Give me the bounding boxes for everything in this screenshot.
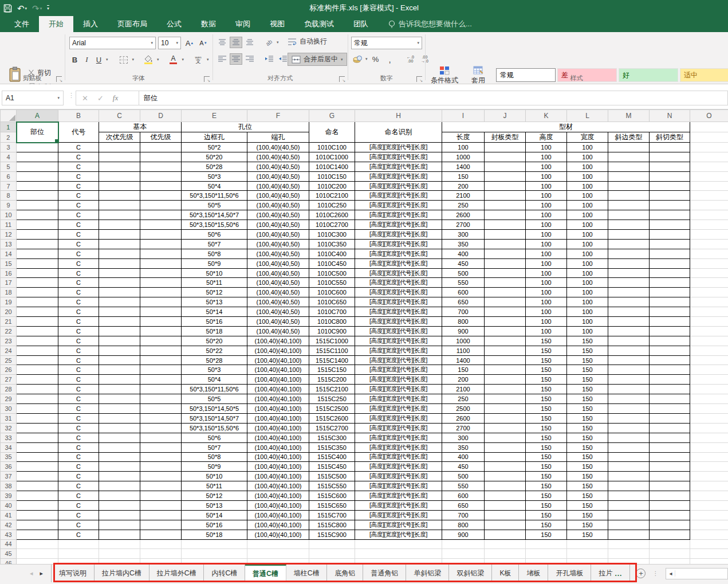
cell-N7[interactable] [650, 181, 690, 191]
cell-A32[interactable] [17, 423, 58, 433]
cell-J25[interactable] [485, 355, 526, 365]
cell-D43[interactable] [140, 530, 182, 539]
bottom-align-button[interactable] [243, 37, 256, 48]
row-header-21[interactable]: 21 [1, 317, 17, 327]
cell-O34[interactable] [690, 442, 728, 452]
cell-G26[interactable]: 1515C150 [309, 365, 355, 375]
cell-H7[interactable]: [高度][宽度][代号][长度] [355, 181, 442, 191]
row-header-2[interactable]: 2 [1, 132, 17, 143]
cell-C4[interactable] [99, 152, 140, 162]
cell-E25[interactable]: 50*28 [182, 355, 247, 365]
cell-N40[interactable] [650, 500, 690, 510]
cell-M11[interactable] [608, 220, 650, 230]
cell-A29[interactable] [17, 394, 58, 404]
cell-C10[interactable] [99, 210, 140, 220]
cell-A16[interactable] [17, 268, 58, 278]
cell-M25[interactable] [608, 355, 650, 365]
cell-L2[interactable]: 宽度 [567, 132, 608, 143]
cell-O9[interactable] [690, 201, 728, 210]
cell-D32[interactable] [140, 423, 182, 433]
cell-N25[interactable] [650, 355, 690, 365]
cell-M29[interactable] [608, 394, 650, 404]
cell-M34[interactable] [608, 442, 650, 452]
cell-J14[interactable] [485, 249, 526, 258]
cell-E46[interactable] [182, 559, 247, 564]
cell-M21[interactable] [608, 317, 650, 327]
cell-N39[interactable] [650, 491, 690, 501]
cell-K34[interactable]: 150 [526, 442, 567, 452]
accounting-format-button[interactable] [351, 53, 364, 65]
cell-M8[interactable] [608, 191, 650, 201]
cell-F5[interactable]: (100,40)(40,50) [247, 162, 309, 171]
cell-N22[interactable] [650, 326, 690, 336]
accounting-dropdown-icon[interactable]: ▾ [365, 57, 368, 61]
orientation-dropdown-icon[interactable]: ▾ [277, 40, 279, 45]
row-header-36[interactable]: 36 [1, 462, 17, 472]
cell-G24[interactable]: 1515C1100 [309, 346, 355, 355]
cell-K4[interactable]: 100 [526, 152, 567, 162]
cell-I23[interactable]: 1000 [442, 336, 485, 346]
cell-N19[interactable] [650, 297, 690, 307]
row-header-17[interactable]: 17 [1, 278, 17, 288]
cell-A38[interactable] [17, 481, 58, 491]
cell-K16[interactable]: 100 [526, 268, 567, 278]
cell-E6[interactable]: 50*3 [182, 171, 247, 181]
cell-J41[interactable] [485, 510, 526, 520]
cell-D28[interactable] [140, 385, 182, 394]
cell-H46[interactable] [355, 559, 442, 564]
cell-H23[interactable]: [高度][宽度][代号][长度] [355, 336, 442, 346]
cell-G17[interactable]: 1010C550 [309, 278, 355, 288]
cell-A9[interactable] [17, 201, 58, 210]
cell-A34[interactable] [17, 442, 58, 452]
cell-C44[interactable] [99, 539, 140, 549]
cell-I44[interactable] [442, 539, 485, 549]
cell-C25[interactable] [99, 355, 140, 365]
tab-bar-grip[interactable]: ⋮ [652, 570, 659, 577]
cell-D20[interactable] [140, 307, 182, 317]
cell-H40[interactable]: [高度][宽度][代号][长度] [355, 500, 442, 510]
cell-J42[interactable] [485, 520, 526, 530]
cell-O1[interactable] [690, 122, 728, 132]
cell-B29[interactable]: C [58, 394, 99, 404]
cell-D45[interactable] [140, 549, 182, 559]
row-header-19[interactable]: 19 [1, 297, 17, 307]
cell-C34[interactable] [99, 442, 140, 452]
cell-H39[interactable]: [高度][宽度][代号][长度] [355, 491, 442, 501]
cell-I36[interactable]: 450 [442, 462, 485, 472]
cell-A24[interactable] [17, 346, 58, 355]
cell-K5[interactable]: 100 [526, 162, 567, 171]
align-center-button[interactable] [230, 53, 242, 65]
cell-H29[interactable]: [高度][宽度][代号][长度] [355, 394, 442, 404]
cell-E8[interactable]: 50*3,150*11,50*6 [182, 191, 247, 201]
cell-O29[interactable] [690, 394, 728, 404]
cell-L21[interactable]: 100 [567, 317, 608, 327]
cell-M43[interactable] [608, 530, 650, 539]
cell-F40[interactable]: (100,40)(40,100) [247, 500, 309, 510]
cell-B21[interactable]: C [58, 317, 99, 327]
cell-K22[interactable]: 100 [526, 326, 567, 336]
cell-C31[interactable] [99, 413, 140, 423]
sheet-tab-9[interactable]: 双斜铝梁 [449, 565, 492, 582]
font-color-button[interactable]: A [167, 54, 180, 65]
row-header-38[interactable]: 38 [1, 481, 17, 491]
cell-J21[interactable] [485, 317, 526, 327]
cell-B42[interactable]: C [58, 520, 99, 530]
sheet-nav-right-icon[interactable]: ▸ [40, 570, 44, 577]
cell-A18[interactable] [17, 288, 58, 297]
cell-B43[interactable]: C [58, 530, 99, 539]
cell-O16[interactable] [690, 268, 728, 278]
cell-H11[interactable]: [高度][宽度][代号][长度] [355, 220, 442, 230]
cell-D36[interactable] [140, 462, 182, 472]
cell-J39[interactable] [485, 491, 526, 501]
cell-E34[interactable]: 50*7 [182, 442, 247, 452]
cell-A39[interactable] [17, 491, 58, 501]
cell-E23[interactable]: 50*20 [182, 336, 247, 346]
row-header-42[interactable]: 42 [1, 520, 17, 530]
cell-N21[interactable] [650, 317, 690, 327]
cell-H25[interactable]: [高度][宽度][代号][长度] [355, 355, 442, 365]
cell-L11[interactable]: 100 [567, 220, 608, 230]
shrink-font-button[interactable]: A▼ [197, 37, 210, 49]
cell-F9[interactable]: (100,40)(40,50) [247, 201, 309, 210]
cell-M45[interactable] [608, 549, 650, 559]
cell-A37[interactable] [17, 472, 58, 481]
